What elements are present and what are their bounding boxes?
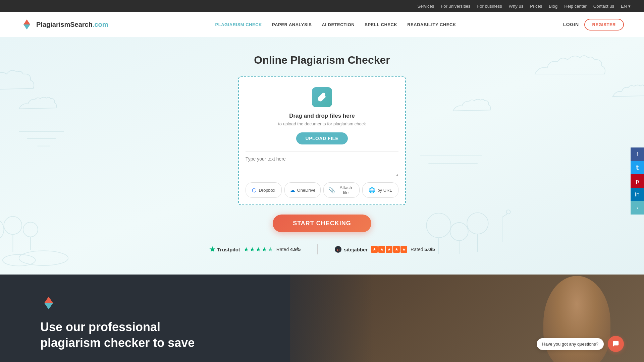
chat-bubble: Have you got any questions? xyxy=(537,338,604,350)
chevron-down-icon: ▾ xyxy=(628,4,631,9)
url-label: by URL xyxy=(377,188,392,193)
onedrive-label: OneDrive xyxy=(297,188,316,193)
trustpilot-rating: ★ Trustpilot ★ ★ ★ ★ ★ Rated 4.9/5 xyxy=(209,245,301,253)
svg-point-4 xyxy=(4,217,22,235)
twitter-button[interactable]: 𝕥 xyxy=(631,161,644,174)
topbar-services[interactable]: Services xyxy=(417,4,434,9)
bottom-logo-icon xyxy=(40,295,57,311)
svg-point-22 xyxy=(467,213,488,234)
header: PlagiarismSearch.com PLAGIARISM CHECK PA… xyxy=(0,12,644,37)
nav-plagiarism-check[interactable]: PLAGIARISM CHECK xyxy=(215,22,262,27)
attach-label: Attach file xyxy=(337,185,355,195)
chat-icon xyxy=(612,340,620,348)
topbar-whyus[interactable]: Why us xyxy=(509,4,523,9)
hero-title: Online Plagiarism Checker xyxy=(254,54,390,66)
linkedin-button[interactable]: in xyxy=(631,188,644,201)
sitejabber-rating: sj sitejabber ★ ★ ★ ★ ★ Rated 5.0/5 xyxy=(334,246,435,253)
rating-divider xyxy=(317,244,318,254)
url-icon: 🌐 xyxy=(369,187,375,193)
svg-point-20 xyxy=(450,223,468,241)
sitejabber-score: Rated 5.0/5 xyxy=(411,247,435,252)
header-actions: LOGIN REGISTER xyxy=(563,19,624,31)
nav-ai-detection[interactable]: AI DETECTION xyxy=(322,22,355,27)
attach-icon: 📎 xyxy=(328,187,335,193)
paperclip-icon xyxy=(317,92,327,102)
chat-button[interactable] xyxy=(608,336,624,352)
text-area-container xyxy=(246,151,398,178)
svg-line-25 xyxy=(502,213,508,217)
svg-point-11 xyxy=(19,251,68,265)
onedrive-icon: ☁ xyxy=(290,187,295,193)
main-nav: PLAGIARISM CHECK PAPER ANALYSIS AI DETEC… xyxy=(215,22,456,27)
start-checking-button[interactable]: START CHECKING xyxy=(273,215,371,232)
topbar-contact[interactable]: Contact us xyxy=(593,4,614,9)
bottom-title: Use our professional plagiarism checker … xyxy=(40,319,195,351)
svg-point-2 xyxy=(0,218,4,241)
upload-box: Drag and drop files here to upload the d… xyxy=(238,76,406,205)
svg-marker-32 xyxy=(44,303,53,309)
svg-point-6 xyxy=(23,222,38,237)
onedrive-button[interactable]: ☁ OneDrive xyxy=(284,182,321,198)
dropbox-button[interactable]: ⬡ Dropbox xyxy=(246,182,282,198)
upload-icon-wrapper xyxy=(312,87,332,107)
bottom-content: Use our professional plagiarism checker … xyxy=(40,295,195,351)
sitejabber-stars: ★ ★ ★ ★ ★ xyxy=(371,246,407,253)
nav-spell-check[interactable]: SPELL CHECK xyxy=(365,22,397,27)
attach-file-button[interactable]: 📎 Attach file xyxy=(323,182,360,198)
pinterest-button[interactable]: 𝐩 xyxy=(631,174,644,188)
svg-point-18 xyxy=(426,213,451,238)
trustpilot-logo: ★ Trustpilot xyxy=(209,245,240,253)
sitejabber-icon: sj xyxy=(334,246,342,253)
drag-title: Drag and drop files here xyxy=(289,113,355,119)
upload-file-button[interactable]: UPLOAD FILE xyxy=(296,132,348,144)
svg-marker-1 xyxy=(23,24,30,29)
language-selector[interactable]: EN ▾ xyxy=(621,4,631,9)
logo-text: PlagiarismSearch.com xyxy=(36,21,108,28)
logo-icon xyxy=(20,18,34,31)
topbar-prices[interactable]: Prices xyxy=(530,4,542,9)
social-sidebar: f 𝕥 𝐩 in › xyxy=(631,147,644,215)
trustpilot-stars: ★ ★ ★ ★ ★ xyxy=(244,246,273,253)
text-input[interactable] xyxy=(246,156,398,176)
login-button[interactable]: LOGIN xyxy=(563,22,579,27)
topbar-universities[interactable]: For universities xyxy=(441,4,470,9)
svg-marker-0 xyxy=(23,19,30,24)
ratings-section: ★ Trustpilot ★ ★ ★ ★ ★ Rated 4.9/5 sj xyxy=(209,244,435,254)
share-arrow-button[interactable]: › xyxy=(631,201,644,215)
nav-paper-analysis[interactable]: PAPER ANALYSIS xyxy=(272,22,312,27)
trustpilot-score: Rated 4.9/5 xyxy=(276,247,301,252)
upload-options: ⬡ Dropbox ☁ OneDrive 📎 Attach file 🌐 by … xyxy=(246,182,398,198)
svg-text:sj: sj xyxy=(337,248,340,251)
sitejabber-logo: sj sitejabber xyxy=(334,246,368,253)
drag-subtitle: to upload the documents for plagiarism c… xyxy=(278,121,366,126)
top-bar: Services For universities For business W… xyxy=(0,0,644,12)
register-button[interactable]: REGISTER xyxy=(584,19,624,31)
logo[interactable]: PlagiarismSearch.com xyxy=(20,18,108,31)
nav-readability-check[interactable]: READABILITY CHECK xyxy=(407,22,456,27)
svg-marker-31 xyxy=(44,297,53,303)
topbar-helpcenter[interactable]: Help center xyxy=(564,4,586,9)
dropbox-label: Dropbox xyxy=(259,188,275,193)
dropbox-icon: ⬡ xyxy=(252,187,257,193)
svg-point-12 xyxy=(3,254,36,266)
facebook-button[interactable]: f xyxy=(631,147,644,161)
chat-widget: Have you got any questions? xyxy=(537,336,624,352)
topbar-blog[interactable]: Blog xyxy=(549,4,557,9)
url-button[interactable]: 🌐 by URL xyxy=(362,182,398,198)
topbar-business[interactable]: For business xyxy=(477,4,502,9)
svg-point-26 xyxy=(506,210,510,214)
hero-section: Online Plagiarism Checker Drag and drop … xyxy=(0,37,644,275)
